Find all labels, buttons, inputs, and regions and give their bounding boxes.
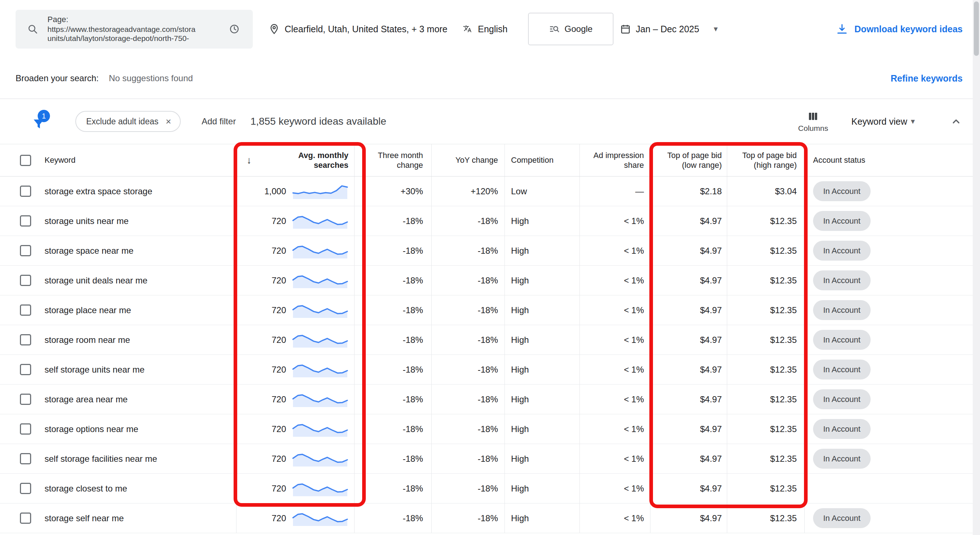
three-month-change-cell: -18% [354,474,431,503]
status-badge: In Account [813,241,871,260]
caret-down-icon: ▾ [714,24,718,34]
competition-cell: High [504,474,579,503]
filter-button[interactable]: 1 [31,110,49,133]
download-keyword-ideas-button[interactable]: Download keyword ideas [835,22,963,35]
sparkline-chart [292,212,348,230]
header-top-bid-high[interactable]: Top of page bid (high range) [727,144,804,176]
language-selector[interactable]: English [462,24,508,34]
table-body: storage extra space storage1,000+30%+120… [0,177,980,533]
table-row: storage room near me720-18%-18%High< 1%$… [0,325,980,355]
keyword-cell: storage options near me [36,414,236,444]
competition-cell: High [504,295,579,325]
row-checkbox[interactable] [20,334,31,345]
scrollbar[interactable] [973,0,980,535]
avg-monthly-searches-cell: 720 [236,266,354,295]
ad-impression-share-cell: < 1% [579,325,650,355]
search-volume: 720 [237,484,292,493]
three-month-change-cell: -18% [354,266,431,295]
row-checkbox[interactable] [20,305,31,316]
add-filter-button[interactable]: Add filter [202,117,236,126]
date-range-selector[interactable]: Jan – Dec 2025 ▾ [620,24,718,34]
header-label: Keyword [45,155,76,165]
yoy-change-cell: -18% [431,474,504,503]
history-icon[interactable] [229,24,240,34]
competition-cell: High [504,325,579,355]
search-network-icon [549,24,560,34]
three-month-change-cell: -18% [354,325,431,355]
avg-monthly-searches-cell: 720 [236,355,354,384]
row-checkbox[interactable] [20,394,31,405]
header-keyword[interactable]: Keyword [36,144,236,176]
sort-descending-icon[interactable]: ↓ [247,155,252,166]
avg-monthly-searches-cell: 720 [236,385,354,414]
row-checkbox[interactable] [20,423,31,434]
top-bid-low-cell: $4.97 [650,236,727,265]
header-ad-impression-share[interactable]: Ad impression share [579,144,650,176]
header-top-bid-low[interactable]: Top of page bid (low range) [650,144,727,176]
row-checkbox-cell [0,325,36,355]
row-checkbox[interactable] [20,513,31,524]
top-bid-high-cell: $12.35 [727,474,804,503]
row-checkbox-cell [0,385,36,414]
top-bid-low-cell: $4.97 [650,503,727,533]
ad-impression-share-cell: < 1% [579,503,650,533]
header-account-status[interactable]: Account status [804,144,980,176]
account-status-cell: In Account [804,236,980,265]
network-selector[interactable]: Google [528,13,614,45]
row-checkbox[interactable] [20,364,31,375]
exclude-adult-ideas-chip[interactable]: Exclude adult ideas × [75,111,181,132]
header-avg-monthly-searches[interactable]: ↓ Avg. monthly searches [236,144,354,176]
table-row: storage options near me720-18%-18%High< … [0,414,980,444]
competition-cell: High [504,206,579,236]
top-bid-high-cell: $12.35 [727,503,804,533]
collapse-panel-button[interactable] [950,115,963,128]
row-checkbox-cell [0,503,36,533]
table-row: storage extra space storage1,000+30%+120… [0,177,980,206]
competition-cell: High [504,414,579,444]
header-yoy-change[interactable]: YoY change [431,144,504,176]
competition-cell: High [504,266,579,295]
refine-keywords-link[interactable]: Refine keywords [891,73,963,84]
row-checkbox-cell [0,236,36,265]
status-badge: In Account [813,449,871,469]
table-row: self storage facilities near me720-18%-1… [0,444,980,474]
row-checkbox[interactable] [20,215,31,227]
yoy-change-cell: -18% [431,503,504,533]
avg-monthly-searches-cell: 720 [236,206,354,236]
table-header: Keyword ↓ Avg. monthly searches Three mo… [0,144,980,177]
row-checkbox[interactable] [20,453,31,464]
close-icon[interactable]: × [165,116,171,127]
columns-button[interactable]: Columns [798,110,828,133]
row-checkbox[interactable] [20,185,31,197]
select-all-checkbox[interactable] [20,155,31,166]
row-checkbox[interactable] [20,483,31,494]
ad-impression-share-cell: < 1% [579,414,650,444]
three-month-change-cell: -18% [354,444,431,473]
date-range-label: Jan – Dec 2025 [636,24,699,34]
three-month-change-cell: -18% [354,385,431,414]
header-three-month-change[interactable]: Three month change [354,144,431,176]
top-bid-high-cell: $12.35 [727,295,804,325]
account-status-cell [804,474,980,503]
keyword-cell: storage room near me [36,325,236,355]
page-url-text: Page: https://www.thestorageadvantage.co… [48,15,229,43]
top-bid-high-cell: $12.35 [727,325,804,355]
search-volume: 720 [237,424,292,434]
location-selector[interactable]: Clearfield, Utah, United States, + 3 mor… [269,24,448,34]
network-label: Google [565,24,592,34]
header-competition[interactable]: Competition [504,144,579,176]
top-bid-low-cell: $2.18 [650,177,727,206]
page-url-input[interactable]: Page: https://www.thestorageadvantage.co… [16,10,253,49]
scrollbar-thumb[interactable] [974,2,979,56]
row-checkbox[interactable] [20,275,31,286]
ad-impression-share-cell: < 1% [579,385,650,414]
keyword-cell: storage closest to me [36,474,236,503]
row-checkbox-cell [0,355,36,384]
yoy-change-cell: -18% [431,355,504,384]
row-checkbox-cell [0,266,36,295]
sparkline-chart [292,480,348,497]
account-status-cell: In Account [804,325,980,355]
avg-monthly-searches-cell: 720 [236,325,354,355]
keyword-view-dropdown[interactable]: Keyword view ▾ [851,117,915,127]
row-checkbox[interactable] [20,245,31,256]
